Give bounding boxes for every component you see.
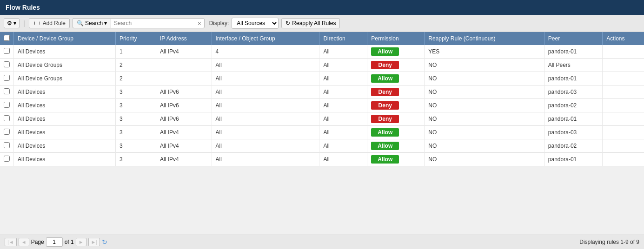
row-checkbox-cell[interactable] [0,139,14,153]
table-row: All Device Groups 2 All All Allow NO pan… [0,72,644,85]
row-checkbox[interactable] [4,88,10,94]
row-permission: Allow [367,126,425,139]
row-permission: Deny [367,85,425,99]
row-checkbox-cell[interactable] [0,112,14,126]
row-peer: All Peers [544,59,602,72]
row-ip: All IPv6 [156,112,212,126]
gear-button[interactable]: ⚙ ▾ [4,18,20,28]
row-device: All Devices [14,85,116,99]
row-priority: 3 [116,126,156,139]
row-checkbox-cell[interactable] [0,153,14,166]
row-device: All Devices [14,126,116,139]
refresh-icon: ↻ [285,20,290,26]
row-interface: All [212,59,319,72]
header-peer: Peer [544,32,602,45]
row-peer: pandora-02 [544,99,602,112]
row-interface: All [212,112,319,126]
toolbar: ⚙ ▾ | + + Add Rule 🔍 Search ▾ × Display:… [0,15,644,32]
row-direction: All [319,72,367,85]
row-checkbox[interactable] [4,115,10,121]
row-interface: All [212,126,319,139]
search-input[interactable] [111,19,195,28]
row-direction: All [319,112,367,126]
row-reapply: NO [425,85,544,99]
row-checkbox[interactable] [4,61,10,67]
row-peer: pandora-01 [544,72,602,85]
row-interface: All [212,72,319,85]
row-peer: pandora-01 [544,112,602,126]
row-checkbox-cell[interactable] [0,45,14,59]
row-ip [156,59,212,72]
table-row: All Devices 3 All IPv4 All All Allow NO … [0,126,644,139]
row-peer: pandora-01 [544,45,602,59]
permission-badge: Allow [371,155,399,164]
row-permission: Deny [367,112,425,126]
row-device: All Device Groups [14,72,116,85]
permission-badge: Deny [371,101,399,110]
select-all-checkbox[interactable] [4,35,10,41]
row-checkbox[interactable] [4,156,10,162]
row-checkbox[interactable] [4,75,10,81]
row-device: All Devices [14,139,116,153]
row-ip: All IPv6 [156,99,212,112]
row-checkbox-cell[interactable] [0,72,14,85]
search-group: 🔍 Search ▾ × [73,18,205,28]
display-label: Display: [209,20,229,26]
row-checkbox-cell[interactable] [0,85,14,99]
row-actions [603,139,644,153]
row-priority: 1 [116,45,156,59]
row-priority: 3 [116,99,156,112]
reapply-label: Reapply All Rules [292,20,336,26]
search-clear-button[interactable]: × [195,19,204,28]
row-actions [603,45,644,59]
row-actions [603,99,644,112]
row-actions [603,59,644,72]
row-ip: All IPv6 [156,85,212,99]
row-checkbox-cell[interactable] [0,99,14,112]
row-reapply: NO [425,153,544,166]
row-checkbox-cell[interactable] [0,126,14,139]
row-checkbox[interactable] [4,102,10,108]
row-direction: All [319,126,367,139]
row-actions [603,126,644,139]
display-select[interactable]: All Sources Sources Destinations [232,18,279,29]
row-reapply: YES [425,45,544,59]
search-icon: 🔍 [77,20,84,26]
table-row: All Device Groups 2 All All Deny NO All … [0,59,644,72]
row-interface: All [212,85,319,99]
row-device: All Devices [14,45,116,59]
row-device: All Device Groups [14,59,116,72]
row-checkbox-cell[interactable] [0,59,14,72]
row-interface: All [212,139,319,153]
add-rule-button[interactable]: + + Add Rule [29,18,70,28]
row-ip [156,72,212,85]
table-header-row: Device / Device Group Priority IP Addres… [0,32,644,45]
table-row: All Devices 3 All IPv4 All All Allow NO … [0,139,644,153]
gear-dropdown-icon: ▾ [13,20,16,26]
row-priority: 3 [116,139,156,153]
header-checkbox[interactable] [0,32,14,45]
header-reapply: Reapply Rule (Continuous) [425,32,544,45]
table-body: All Devices 1 All IPv4 4 All Allow YES p… [0,45,644,166]
table-row: All Devices 1 All IPv4 4 All Allow YES p… [0,45,644,59]
reapply-button[interactable]: ↻ Reapply All Rules [281,18,340,28]
row-interface: All [212,153,319,166]
table-row: All Devices 3 All IPv4 All All Allow NO … [0,153,644,166]
row-checkbox[interactable] [4,129,10,135]
permission-badge: Deny [371,115,399,123]
row-direction: All [319,99,367,112]
separator-1: | [23,20,25,27]
add-rule-label: + Add Rule [38,20,66,26]
row-reapply: NO [425,72,544,85]
row-checkbox[interactable] [4,48,10,54]
row-permission: Deny [367,99,425,112]
row-priority: 2 [116,72,156,85]
row-device: All Devices [14,99,116,112]
row-checkbox[interactable] [4,142,10,148]
search-type-button[interactable]: 🔍 Search ▾ [73,18,111,28]
header-priority: Priority [116,32,156,45]
permission-badge: Deny [371,88,399,96]
row-permission: Allow [367,72,425,85]
row-direction: All [319,139,367,153]
row-actions [603,72,644,85]
